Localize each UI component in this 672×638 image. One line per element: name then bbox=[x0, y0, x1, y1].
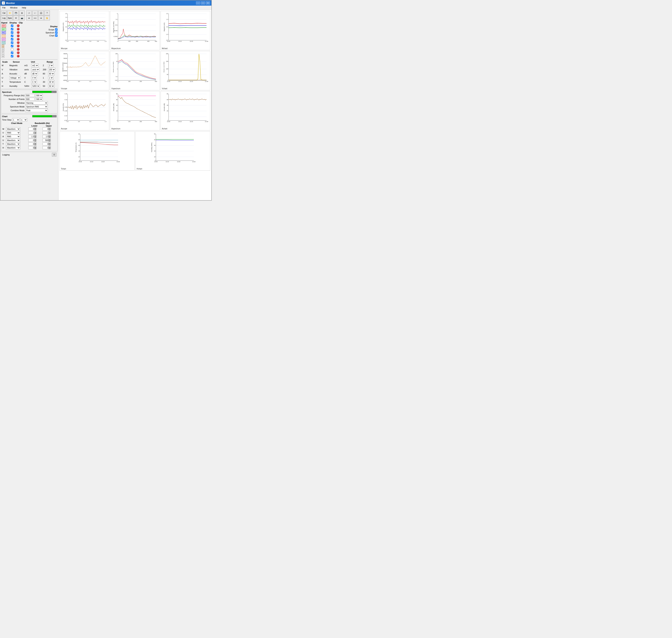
log-button[interactable]: Log bbox=[1, 16, 7, 20]
cm-lower-m-dn[interactable]: ▼ bbox=[34, 129, 37, 131]
cm-upper-v-up[interactable]: ▲ bbox=[49, 131, 51, 133]
save-button[interactable]: 💾 bbox=[13, 11, 19, 15]
menu-window[interactable]: Window bbox=[9, 6, 19, 9]
minimize-button[interactable]: − bbox=[196, 1, 200, 4]
cm-upper-a-up[interactable]: ▲ bbox=[49, 135, 51, 136]
unit-h-select[interactable]: %RH bbox=[31, 84, 40, 88]
unit-a-select[interactable]: dB bbox=[31, 72, 38, 75]
cm-lower-v-dn[interactable]: ▼ bbox=[34, 133, 37, 134]
mx-display-checkbox[interactable] bbox=[11, 24, 13, 27]
cm-upper-t-up[interactable]: ▲ bbox=[49, 142, 51, 144]
menu-file[interactable]: File bbox=[1, 6, 7, 9]
xlabel: 0.5 bbox=[78, 81, 80, 82]
cm-lower-h-up[interactable]: ▲ bbox=[34, 146, 37, 148]
unit-m-select[interactable]: mG bbox=[31, 64, 39, 67]
range-t-select[interactable]: 30 bbox=[48, 80, 54, 84]
cm-upper-t[interactable] bbox=[42, 142, 49, 146]
a-display-checkbox[interactable] bbox=[11, 45, 13, 47]
cm-upper-a[interactable] bbox=[42, 135, 49, 138]
cm-mode-u[interactable]: Waveform bbox=[6, 138, 20, 142]
cm-lower-u-dn[interactable]: ▼ bbox=[34, 140, 37, 142]
cm-lower-t-up[interactable]: ▲ bbox=[34, 142, 37, 144]
cm-lower-t[interactable] bbox=[28, 142, 34, 146]
cm-mode-m[interactable]: Waveform bbox=[6, 127, 20, 131]
cm-lower-m[interactable] bbox=[28, 128, 34, 131]
scale-down-button[interactable]: ↕− bbox=[32, 11, 38, 15]
t-display-checkbox[interactable] bbox=[11, 52, 13, 54]
spec-button[interactable]: Spec bbox=[7, 16, 13, 20]
range-a-select[interactable]: 80 bbox=[48, 72, 54, 75]
nav-both-button[interactable]: ⟺ bbox=[32, 16, 38, 20]
nav-left-button[interactable]: ⬅ bbox=[26, 16, 32, 20]
logging-button[interactable]: ⊡ bbox=[52, 153, 56, 156]
cm-lower-h[interactable] bbox=[28, 146, 34, 149]
cm-upper-m[interactable] bbox=[42, 128, 49, 131]
time-step-unit-select[interactable]: s bbox=[20, 118, 27, 121]
cal-button[interactable]: Cal bbox=[1, 11, 7, 15]
freq-range-select[interactable]: 500 bbox=[35, 94, 43, 97]
cm-lower-m-up[interactable]: ▲ bbox=[34, 128, 37, 129]
cm-mode-v[interactable]: RMS bbox=[6, 131, 20, 134]
cm-lower-a[interactable] bbox=[28, 135, 34, 138]
vx-display-checkbox[interactable] bbox=[11, 35, 13, 37]
help-button[interactable]: ? bbox=[44, 11, 50, 15]
cm-lower-u[interactable] bbox=[28, 139, 34, 142]
connect-button[interactable]: ⊞ bbox=[19, 11, 25, 15]
cm-upper-h-dn[interactable]: ▼ bbox=[49, 148, 51, 149]
cm-lower-u-up[interactable]: ▲ bbox=[34, 139, 37, 140]
cm-upper-v[interactable] bbox=[42, 131, 49, 134]
u-display-checkbox[interactable] bbox=[11, 48, 13, 51]
cm-upper-v-dn[interactable]: ▼ bbox=[49, 133, 51, 134]
cm-lower-a-up[interactable]: ▲ bbox=[34, 135, 37, 136]
sensor-u-select[interactable]: Voltage bbox=[10, 76, 21, 80]
scale-up-button[interactable]: ↕+ bbox=[26, 11, 32, 15]
pan-button[interactable]: ✋ bbox=[44, 16, 50, 20]
spectrum-mode-select[interactable]: Spectrum RMS bbox=[25, 105, 48, 108]
nav-right-button[interactable]: ➡ bbox=[38, 16, 44, 20]
cm-upper-u-up[interactable]: ▲ bbox=[49, 139, 51, 140]
ylabel: 0.0002 bbox=[114, 36, 118, 37]
cm-upper-h[interactable] bbox=[42, 146, 49, 149]
range-m-select[interactable]: 2 bbox=[48, 64, 53, 67]
h-display-checkbox[interactable] bbox=[11, 55, 13, 57]
vz-display-checkbox[interactable] bbox=[11, 41, 13, 44]
time-step-value-select[interactable]: 1 bbox=[12, 118, 20, 121]
cm-lower-v-up[interactable]: ▲ bbox=[34, 131, 37, 133]
cm-mode-h[interactable]: Waveform bbox=[6, 146, 20, 149]
mail-button[interactable]: ✉ bbox=[13, 16, 19, 20]
close-button[interactable]: ✕ bbox=[206, 1, 210, 4]
cm-mode-t[interactable]: Waveform bbox=[6, 142, 20, 146]
range-v-select[interactable]: 200 bbox=[48, 68, 55, 71]
camera-button[interactable]: 📷 bbox=[19, 16, 25, 20]
cm-upper-a-dn[interactable]: ▼ bbox=[49, 136, 51, 138]
cm-mode-a[interactable]: RMS bbox=[6, 135, 20, 138]
cm-lower-a-dn[interactable]: ▼ bbox=[34, 136, 37, 138]
menu-help[interactable]: Help bbox=[21, 6, 27, 9]
num-points-select[interactable]: 500 bbox=[35, 98, 43, 101]
cm-upper-t-dn[interactable]: ▼ bbox=[49, 144, 51, 146]
headphone-button[interactable]: 🎧 bbox=[38, 11, 44, 15]
chart-checkbox[interactable] bbox=[55, 34, 57, 37]
window-select[interactable]: Hanning bbox=[25, 101, 48, 105]
cm-lower-t-dn[interactable]: ▼ bbox=[34, 144, 37, 146]
range-h-select[interactable]: 50 bbox=[48, 84, 54, 88]
scope-checkbox[interactable] bbox=[55, 28, 57, 31]
my-display-checkbox[interactable] bbox=[11, 28, 13, 30]
mz-display-checkbox[interactable] bbox=[11, 31, 13, 34]
cm-lower-h-dn[interactable]: ▼ bbox=[34, 148, 37, 149]
cm-lower-v[interactable] bbox=[28, 131, 34, 134]
cm-upper-u-dn[interactable]: ▼ bbox=[49, 140, 51, 142]
cm-upper-m-up[interactable]: ▲ bbox=[49, 128, 51, 129]
combine-mode-select[interactable]: Peak bbox=[25, 109, 48, 112]
range-u-select[interactable]: 1 bbox=[48, 76, 53, 80]
cm-upper-h-up[interactable]: ▲ bbox=[49, 146, 51, 148]
open-button[interactable]: 📁 bbox=[7, 11, 13, 15]
cm-upper-m-dn[interactable]: ▼ bbox=[49, 129, 51, 131]
maximize-button[interactable]: □ bbox=[201, 1, 205, 4]
unit-t-select[interactable]: C bbox=[31, 80, 37, 84]
unit-v-select[interactable]: um/s bbox=[31, 68, 39, 71]
unit-u-select[interactable]: V bbox=[31, 76, 37, 80]
vy-display-checkbox[interactable] bbox=[11, 38, 13, 40]
spectrum-checkbox[interactable] bbox=[55, 31, 57, 34]
cm-upper-u[interactable] bbox=[42, 139, 49, 142]
